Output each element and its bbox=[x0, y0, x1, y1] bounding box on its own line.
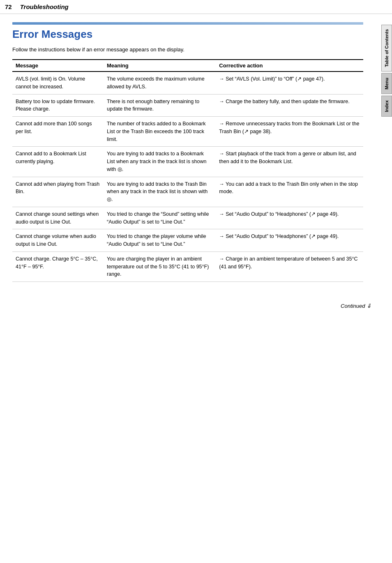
table-row: Cannot add to a Bookmark List currently … bbox=[12, 147, 363, 177]
cell-action-0: → Set “AVLS (Vol. Limit)” to “Off” (↗ pa… bbox=[216, 72, 363, 94]
cell-message-0: AVLS (vol. limit) is On. Volume cannot b… bbox=[12, 72, 104, 94]
table-header-row: Message Meaning Corrective action bbox=[12, 60, 363, 72]
table-row: Cannot add more than 100 songs per list.… bbox=[12, 117, 363, 147]
right-tabs: Table of Contents Menu Index bbox=[381, 25, 392, 117]
cell-message-3: Cannot add to a Bookmark List currently … bbox=[12, 147, 104, 177]
cell-message-4: Cannot add when playing from Trash Bin. bbox=[12, 177, 104, 207]
cell-meaning-7: You are charging the player in an ambien… bbox=[104, 252, 216, 282]
cell-meaning-6: You tried to change the player volume wh… bbox=[104, 229, 216, 252]
table-row: AVLS (vol. limit) is On. Volume cannot b… bbox=[12, 72, 363, 94]
tab-toc[interactable]: Table of Contents bbox=[381, 25, 392, 72]
cell-action-4: → You can add a track to the Trash Bin o… bbox=[216, 177, 363, 207]
cell-message-1: Battery too low to update firmware. Plea… bbox=[12, 94, 104, 117]
cell-meaning-5: You tried to change the “Sound” setting … bbox=[104, 207, 216, 229]
col-header-meaning: Meaning bbox=[104, 60, 216, 72]
col-header-action: Corrective action bbox=[216, 60, 363, 72]
cell-action-2: → Remove unnecessary tracks from the Boo… bbox=[216, 117, 363, 147]
cell-meaning-3: You are trying to add tracks to a Bookma… bbox=[104, 147, 216, 177]
main-content: Error Messages Follow the instructions b… bbox=[0, 14, 376, 294]
cell-meaning-1: There is not enough battery remaining to… bbox=[104, 94, 216, 117]
toc-tab-label: Table of Contents bbox=[384, 29, 389, 67]
cell-message-6: Cannot change volume when audio output i… bbox=[12, 229, 104, 252]
error-messages-table: Message Meaning Corrective action AVLS (… bbox=[12, 59, 363, 282]
table-row: Cannot charge. Charge 5°C – 35°C, 41°F –… bbox=[12, 252, 363, 282]
menu-tab-label: Menu bbox=[384, 78, 389, 90]
table-row: Cannot change sound settings when audio … bbox=[12, 207, 363, 229]
tab-menu[interactable]: Menu bbox=[381, 73, 392, 94]
page-header: 72 Troubleshooting bbox=[0, 0, 392, 14]
cell-meaning-0: The volume exceeds the maximum volume al… bbox=[104, 72, 216, 94]
cell-message-5: Cannot change sound settings when audio … bbox=[12, 207, 104, 229]
tab-index[interactable]: Index bbox=[381, 96, 392, 117]
cell-message-2: Cannot add more than 100 songs per list. bbox=[12, 117, 104, 147]
intro-paragraph: Follow the instructions below if an erro… bbox=[12, 46, 363, 53]
table-row: Cannot add when playing from Trash Bin.Y… bbox=[12, 177, 363, 207]
cell-action-7: → Charge in an ambient temperature of be… bbox=[216, 252, 363, 282]
cell-meaning-4: You are trying to add tracks to the Tras… bbox=[104, 177, 216, 207]
down-arrow-icon: ⇓ bbox=[367, 302, 371, 309]
section-blue-bar bbox=[12, 22, 363, 25]
cell-action-1: → Charge the battery fully, and then upd… bbox=[216, 94, 363, 117]
chapter-title: Troubleshooting bbox=[20, 3, 69, 10]
continued-label: Continued bbox=[341, 303, 365, 309]
col-header-message: Message bbox=[12, 60, 104, 72]
cell-action-6: → Set “Audio Output” to “Headphones” (↗ … bbox=[216, 229, 363, 252]
table-row: Battery too low to update firmware. Plea… bbox=[12, 94, 363, 117]
table-row: Cannot change volume when audio output i… bbox=[12, 229, 363, 252]
section-title: Error Messages bbox=[12, 28, 363, 41]
continued-footer: Continued ⇓ bbox=[0, 294, 392, 317]
cell-action-3: → Start playback of the track from a gen… bbox=[216, 147, 363, 177]
page-container: 72 Troubleshooting Table of Contents Men… bbox=[0, 0, 392, 563]
cell-action-5: → Set “Audio Output” to “Headphones” (↗ … bbox=[216, 207, 363, 229]
cell-meaning-2: The number of tracks added to a Bookmark… bbox=[104, 117, 216, 147]
cell-message-7: Cannot charge. Charge 5°C – 35°C, 41°F –… bbox=[12, 252, 104, 282]
index-tab-label: Index bbox=[384, 100, 389, 112]
page-number: 72 bbox=[5, 3, 12, 10]
